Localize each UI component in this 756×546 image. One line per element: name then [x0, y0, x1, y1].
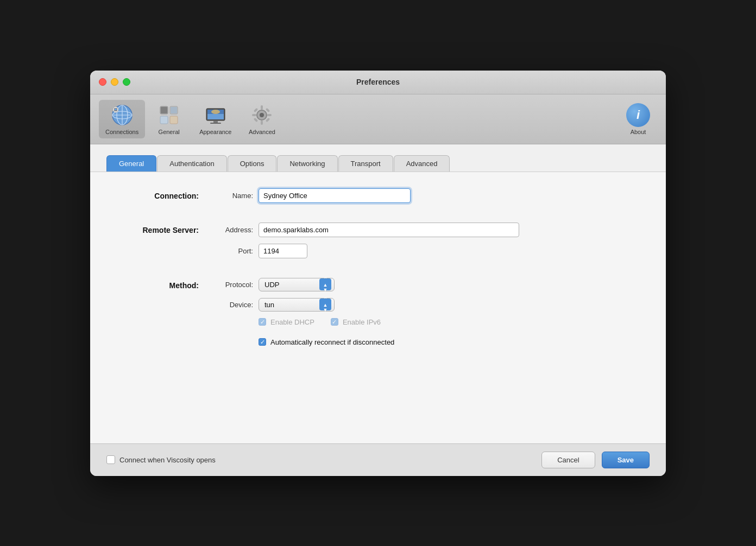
appearance-svg: [204, 103, 228, 127]
protocol-label: Protocol:: [210, 281, 259, 289]
toolbar-item-connections[interactable]: Connections: [99, 100, 145, 138]
content-area: General Authentication Options Networkin…: [90, 144, 666, 172]
auto-reconnect-checkbox[interactable]: ✓: [259, 338, 266, 346]
bottom-bar: Connect when Viscosity opens Cancel Save: [90, 443, 666, 476]
general-icon: [157, 103, 181, 127]
connect-on-open-area: Connect when Viscosity opens: [106, 455, 216, 464]
toolbar-item-appearance[interactable]: Appearance: [193, 100, 238, 138]
connections-label: Connections: [105, 129, 138, 135]
appearance-label: Appearance: [199, 129, 231, 135]
device-label: Device:: [210, 301, 259, 309]
connect-on-open-label: Connect when Viscosity opens: [119, 456, 216, 464]
svg-rect-10: [160, 116, 168, 124]
svg-rect-19: [210, 123, 221, 124]
svg-rect-12: [161, 107, 167, 113]
name-field-row: Name:: [210, 188, 644, 203]
traffic-lights: [99, 78, 130, 86]
enable-dhcp-checkbox[interactable]: ✓: [259, 318, 266, 326]
advanced-label: Advanced: [249, 129, 275, 135]
dhcp-ipv6-row: ✓ Enable DHCP ✓ Enable IPv6: [210, 318, 644, 332]
device-field-row: Device: tun tap ▲ ▼: [210, 298, 644, 312]
remote-server-label: Remote Server:: [112, 223, 210, 234]
tab-advanced[interactable]: Advanced: [394, 155, 450, 172]
svg-rect-18: [213, 120, 218, 123]
toolbar-item-advanced[interactable]: Advanced: [240, 100, 284, 138]
maximize-button[interactable]: [123, 78, 130, 86]
about-label: About: [631, 129, 646, 135]
svg-rect-26: [254, 107, 258, 112]
advanced-svg: [250, 103, 274, 127]
method-fields: Protocol: UDP TCP ▲ ▼: [210, 278, 644, 358]
svg-point-21: [260, 113, 264, 117]
general-label: General: [159, 129, 180, 135]
svg-rect-11: [170, 116, 178, 124]
title-bar: Preferences: [90, 71, 666, 94]
svg-point-17: [211, 110, 220, 114]
port-input[interactable]: [259, 244, 307, 258]
svg-rect-7: [115, 109, 117, 110]
advanced-icon: [250, 103, 274, 127]
address-input[interactable]: [259, 223, 519, 237]
name-label: Name:: [210, 192, 259, 200]
svg-rect-22: [261, 105, 263, 110]
connections-svg: [110, 103, 134, 127]
window-title: Preferences: [356, 78, 400, 86]
connection-fields: Name:: [210, 188, 644, 209]
auto-reconnect-row: ✓ Automatically reconnect if disconnecte…: [210, 338, 644, 352]
address-label: Address:: [210, 226, 259, 234]
tab-options[interactable]: Options: [228, 155, 277, 172]
svg-rect-13: [171, 107, 177, 113]
general-svg: [157, 103, 181, 127]
svg-rect-27: [266, 107, 270, 112]
tab-networking[interactable]: Networking: [277, 155, 337, 172]
svg-rect-28: [254, 117, 258, 122]
name-input[interactable]: [259, 188, 411, 203]
address-field-row: Address:: [210, 223, 644, 237]
port-label: Port:: [210, 247, 259, 255]
toolbar-item-about[interactable]: i About: [619, 100, 657, 138]
auto-reconnect-checkbox-row: ✓ Automatically reconnect if disconnecte…: [259, 338, 394, 346]
tab-bar: General Authentication Options Networkin…: [106, 155, 650, 172]
method-section: Method: Protocol: UDP TCP ▲ ▼: [112, 278, 644, 358]
cancel-button[interactable]: Cancel: [541, 452, 595, 468]
tab-general[interactable]: General: [106, 155, 156, 172]
enable-dhcp-row: ✓ Enable DHCP: [259, 318, 314, 326]
save-button[interactable]: Save: [602, 452, 650, 468]
svg-rect-29: [266, 117, 270, 122]
auto-reconnect-label: Automatically reconnect if disconnected: [270, 338, 394, 346]
close-button[interactable]: [99, 78, 106, 86]
connection-section-label: Connection:: [112, 188, 210, 200]
bottom-buttons: Cancel Save: [541, 452, 650, 468]
svg-rect-24: [252, 114, 256, 116]
toolbar: Connections General: [90, 94, 666, 144]
connection-section: Connection: Name:: [112, 188, 644, 209]
main-content: Connection: Name: Remote Server: Address…: [90, 172, 666, 443]
preferences-window: Preferences Connections: [90, 71, 666, 476]
tab-authentication[interactable]: Authentication: [157, 155, 226, 172]
svg-rect-23: [261, 120, 263, 125]
svg-rect-25: [267, 114, 272, 116]
appearance-icon: [204, 103, 228, 127]
enable-dhcp-label: Enable DHCP: [270, 318, 314, 326]
remote-server-fields: Address: Port:: [210, 223, 644, 265]
minimize-button[interactable]: [111, 78, 118, 86]
protocol-select[interactable]: UDP TCP: [259, 278, 335, 291]
device-select-wrapper: tun tap ▲ ▼: [259, 298, 335, 312]
enable-ipv6-row: ✓ Enable IPv6: [331, 318, 381, 326]
toolbar-item-general[interactable]: General: [147, 100, 191, 138]
method-label: Method:: [112, 278, 210, 290]
enable-ipv6-label: Enable IPv6: [343, 318, 381, 326]
tab-transport[interactable]: Transport: [338, 155, 393, 172]
protocol-select-wrapper: UDP TCP ▲ ▼: [259, 278, 335, 291]
enable-ipv6-checkbox[interactable]: ✓: [331, 318, 338, 326]
connections-icon: [110, 103, 134, 127]
port-field-row: Port:: [210, 244, 644, 258]
about-icon: i: [626, 103, 650, 127]
protocol-field-row: Protocol: UDP TCP ▲ ▼: [210, 278, 644, 291]
remote-server-section: Remote Server: Address: Port:: [112, 223, 644, 265]
connect-on-open-checkbox[interactable]: [106, 455, 115, 464]
device-select[interactable]: tun tap: [259, 298, 335, 312]
